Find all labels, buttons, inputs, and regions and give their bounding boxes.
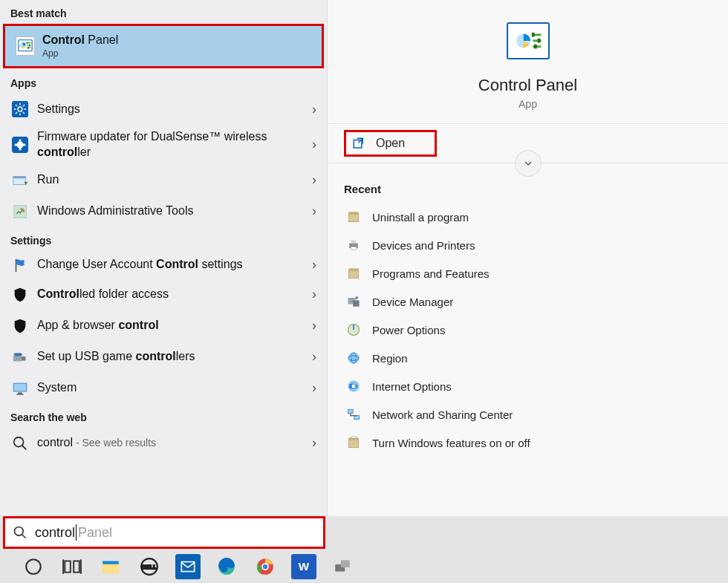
svg-rect-77	[103, 564, 119, 573]
run-icon	[10, 171, 30, 190]
file-explorer-icon[interactable]	[98, 554, 123, 579]
svg-rect-52	[351, 247, 357, 250]
svg-rect-23	[23, 143, 26, 146]
svg-point-60	[348, 353, 360, 364]
svg-rect-30	[22, 356, 26, 361]
svg-rect-73	[65, 561, 71, 572]
svg-point-64	[352, 385, 356, 388]
svg-rect-22	[15, 143, 18, 146]
section-web: Search the web	[0, 404, 327, 428]
recent-item[interactable]: Internet Options	[344, 372, 712, 400]
open-button[interactable]: Open	[344, 130, 437, 157]
chevron-right-icon: ›	[312, 172, 316, 188]
search-input[interactable]: control Panel	[3, 516, 325, 549]
svg-rect-45	[537, 39, 540, 43]
recent-item[interactable]: Region	[344, 344, 712, 372]
svg-rect-25	[13, 176, 26, 178]
settings-result[interactable]: Controlled folder access›	[0, 279, 327, 310]
recent-item-label: Device Manager	[372, 296, 453, 308]
result-label: Settings	[37, 102, 80, 117]
app-result[interactable]: Settings›	[0, 94, 327, 125]
result-label: control - See web results	[37, 435, 156, 451]
app-result[interactable]: Windows Administrative Tools›	[0, 196, 327, 227]
svg-point-57	[356, 296, 358, 299]
details-column: Control Panel App Open Recent Uninstall …	[328, 0, 728, 516]
svg-text:W: W	[299, 560, 310, 573]
svg-rect-37	[16, 394, 23, 394]
recent-item-icon	[345, 406, 362, 423]
recent-item-label: Programs and Features	[372, 267, 490, 280]
app-result[interactable]: Firmware updater for DualSense™ wireless…	[0, 125, 327, 165]
chevron-right-icon: ›	[312, 380, 316, 396]
open-icon	[352, 137, 365, 150]
recent-item-icon	[345, 293, 362, 310]
recent-item-label: Region	[372, 352, 408, 365]
monitor-icon	[10, 379, 30, 398]
device-icon[interactable]	[330, 554, 355, 579]
svg-rect-5	[27, 42, 28, 44]
chrome-icon[interactable]	[253, 554, 278, 579]
dell-icon[interactable]: DELL	[137, 554, 162, 579]
open-label: Open	[376, 137, 405, 150]
recent-item-label: Turn Windows features on or off	[372, 437, 530, 449]
result-label: Windows Administrative Tools	[37, 203, 193, 219]
svg-rect-7	[27, 47, 29, 49]
svg-text:DELL: DELL	[142, 564, 157, 570]
recent-item-icon	[345, 322, 362, 338]
svg-rect-33	[14, 353, 22, 356]
settings-result[interactable]: System›	[0, 373, 327, 404]
usb-icon	[10, 348, 30, 367]
svg-rect-81	[181, 562, 194, 572]
results-column: Best match Control Panel App Apps Settin…	[0, 0, 327, 516]
recent-item[interactable]: Device Manager	[344, 287, 712, 316]
svg-rect-35	[14, 383, 27, 391]
shield-icon	[10, 316, 30, 336]
recent-item-icon	[345, 209, 362, 225]
control-panel-icon	[507, 22, 550, 59]
section-settings: Settings	[0, 227, 327, 251]
expand-button[interactable]	[515, 150, 542, 177]
recent-header: Recent	[344, 183, 712, 195]
chevron-right-icon: ›	[312, 318, 316, 333]
svg-rect-48	[348, 214, 358, 222]
recent-item[interactable]: Network and Sharing Center	[344, 400, 712, 429]
svg-point-19	[16, 141, 23, 148]
app-result[interactable]: Run›	[0, 165, 327, 196]
best-match-result[interactable]: Control Panel App	[3, 24, 324, 68]
edge-icon[interactable]	[214, 554, 239, 579]
recent-item-icon	[345, 265, 362, 281]
svg-rect-21	[19, 147, 22, 150]
word-icon[interactable]: W	[291, 554, 316, 579]
recent-item-label: Internet Options	[372, 380, 452, 393]
svg-rect-44	[531, 33, 534, 37]
firmware-icon	[10, 135, 30, 154]
settings-result[interactable]: Change User Account Control settings›	[0, 251, 327, 279]
section-apps: Apps	[0, 70, 327, 94]
task-view-icon[interactable]	[59, 554, 85, 579]
recent-item[interactable]: Turn Windows features on or off	[344, 429, 712, 457]
best-match-subtitle: App	[42, 48, 118, 59]
recent-item[interactable]: Programs and Features	[344, 259, 712, 287]
recent-item[interactable]: Devices and Printers	[344, 231, 712, 259]
svg-rect-49	[348, 212, 358, 214]
recent-block: Recent Uninstall a programDevices and Pr…	[328, 163, 728, 460]
recent-item-label: Devices and Printers	[372, 239, 475, 252]
cortana-icon[interactable]	[21, 554, 46, 579]
svg-rect-6	[29, 45, 30, 47]
flag-icon	[10, 255, 30, 275]
details-title: Control Panel	[478, 76, 577, 95]
recent-item[interactable]: Power Options	[344, 316, 712, 344]
chevron-right-icon: ›	[312, 203, 316, 219]
details-hero: Control Panel App	[328, 0, 728, 124]
shield-icon	[10, 285, 30, 304]
svg-rect-20	[19, 139, 22, 142]
settings-result[interactable]: App & browser control›	[0, 310, 327, 342]
mail-icon[interactable]	[175, 554, 201, 579]
svg-rect-56	[353, 300, 359, 306]
web-result[interactable]: control - See web results›	[0, 428, 327, 459]
chevron-right-icon: ›	[312, 137, 316, 152]
svg-rect-88	[341, 560, 350, 567]
recent-item[interactable]: Uninstall a program	[344, 203, 712, 231]
details-subtitle: App	[519, 98, 537, 110]
settings-result[interactable]: Set up USB game controllers›	[0, 342, 327, 373]
